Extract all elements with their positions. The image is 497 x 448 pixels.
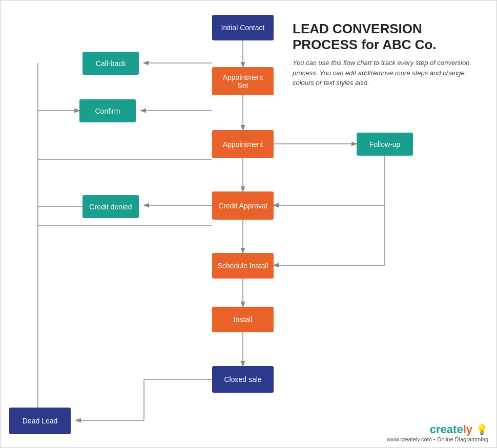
brand-name-part1: create (430, 423, 463, 436)
schedule-install-node: Schedule Install (212, 253, 274, 279)
credit-approval-node: Credit Approval (212, 191, 274, 220)
brand-url: www.creately.com • Online Diagramming (387, 436, 488, 442)
creately-logo: creately 💡 www.creately.com • Online Dia… (387, 423, 488, 442)
page-title: LEAD CONVERSION PROCESS for ABC Co. (293, 21, 482, 53)
appointment-node: Appointment (212, 130, 274, 158)
dead-lead-node: Dead Lead (9, 408, 71, 434)
appointment-set-node: AppointmentSet (212, 67, 274, 95)
install-node: Install (212, 307, 274, 332)
diagram-container: Initial Contact AppointmentSet Call-back… (0, 0, 497, 448)
brand-name-part2: ly (463, 423, 472, 436)
follow-up-node: Follow-up (357, 133, 413, 156)
call-back-node: Call-back (82, 52, 139, 75)
closed-sale-node: Closed sale (212, 366, 274, 393)
credit-denied-node: Credit denied (82, 195, 139, 218)
confirm-node: Confirm (79, 99, 136, 122)
title-block: LEAD CONVERSION PROCESS for ABC Co. You … (293, 21, 482, 88)
description-text: You can use this flow chart to track eve… (293, 58, 482, 88)
initial-contact-node: Initial Contact (212, 15, 274, 40)
bulb-icon: 💡 (475, 423, 488, 436)
